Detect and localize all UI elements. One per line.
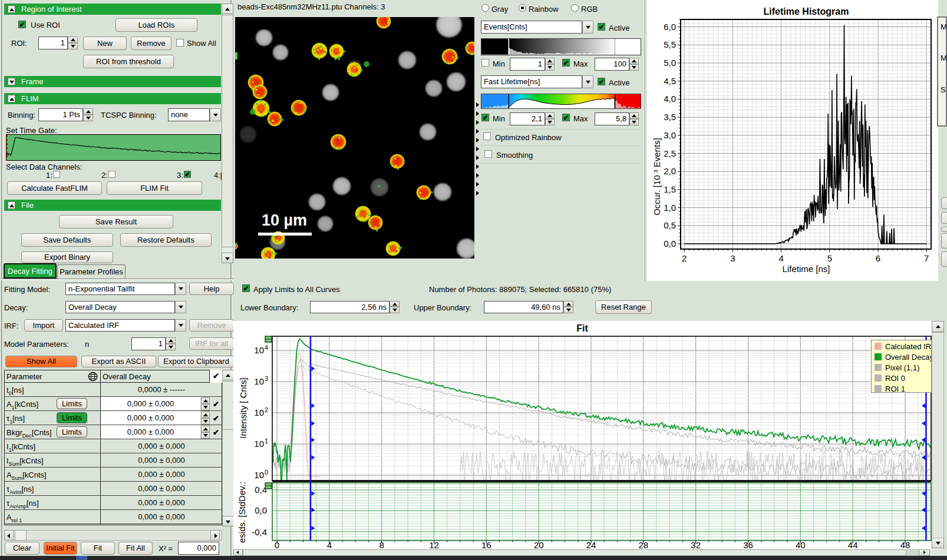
svg-text:0,0: 0,0 — [664, 238, 676, 248]
svg-text:10 µm: 10 µm — [262, 211, 307, 229]
svg-text:5: 5 — [827, 253, 832, 263]
svg-text:10: 10 — [254, 439, 264, 449]
svg-text:3: 3 — [265, 375, 268, 382]
svg-text:0: 0 — [275, 540, 279, 550]
svg-text:5,5: 5,5 — [664, 39, 676, 49]
svg-text:4,5: 4,5 — [664, 76, 676, 86]
svg-text:3: 3 — [730, 253, 735, 263]
svg-text:4,0: 4,0 — [664, 94, 676, 104]
svg-text:48: 48 — [900, 540, 910, 550]
svg-text:esids. [StdDev.:: esids. [StdDev.: — [237, 482, 247, 543]
svg-text:8: 8 — [380, 540, 384, 550]
svg-text:-0,4: -0,4 — [252, 527, 267, 537]
svg-text:2: 2 — [682, 253, 687, 263]
svg-text:24: 24 — [586, 540, 596, 550]
svg-text:10: 10 — [254, 470, 264, 480]
svg-text:Fit: Fit — [576, 323, 588, 333]
svg-text:1: 1 — [265, 438, 268, 445]
svg-text:6,0: 6,0 — [664, 22, 676, 32]
svg-text:12: 12 — [429, 540, 439, 550]
svg-text:16: 16 — [481, 540, 491, 550]
svg-text:32: 32 — [691, 540, 701, 550]
svg-text:4: 4 — [265, 344, 268, 351]
svg-text:44: 44 — [848, 540, 858, 550]
svg-text:Lifetime [ns]: Lifetime [ns] — [783, 264, 830, 274]
svg-text:3,0: 3,0 — [664, 130, 676, 140]
svg-text:10: 10 — [254, 376, 264, 386]
svg-text:28: 28 — [638, 540, 648, 550]
svg-text:7: 7 — [924, 253, 929, 263]
svg-text:0: 0 — [265, 469, 268, 476]
svg-text:2: 2 — [265, 406, 268, 413]
svg-text:0,0: 0,0 — [255, 505, 267, 515]
svg-text:5,0: 5,0 — [664, 58, 676, 68]
svg-text:2,5: 2,5 — [664, 148, 676, 158]
svg-text:Occur. [10 ³ Events]: Occur. [10 ³ Events] — [652, 138, 662, 216]
svg-text:2,0: 2,0 — [664, 166, 676, 176]
svg-text:40: 40 — [796, 540, 806, 550]
svg-text:0,5: 0,5 — [664, 220, 676, 230]
svg-text:4: 4 — [778, 253, 783, 263]
svg-text:20: 20 — [534, 540, 544, 550]
svg-text:3,5: 3,5 — [664, 112, 676, 122]
svg-text:Intensity [ Cnts]: Intensity [ Cnts] — [238, 377, 248, 438]
svg-text:1,5: 1,5 — [664, 184, 676, 194]
svg-text:1,0: 1,0 — [664, 203, 676, 213]
svg-text:Lifetime Histogram: Lifetime Histogram — [764, 6, 849, 16]
svg-text:4: 4 — [327, 540, 332, 550]
svg-text:10: 10 — [254, 345, 264, 355]
svg-text:6: 6 — [876, 253, 880, 263]
svg-text:36: 36 — [743, 540, 753, 550]
svg-text:10: 10 — [254, 407, 264, 417]
